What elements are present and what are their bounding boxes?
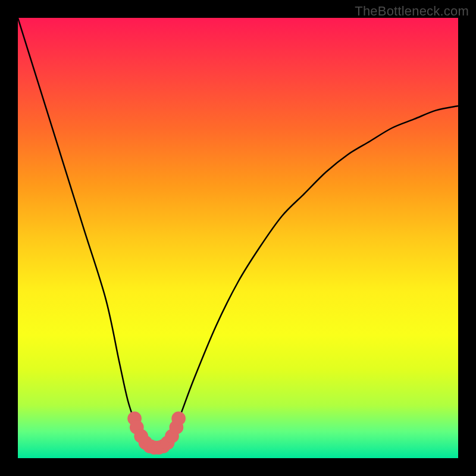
- data-marker: [171, 412, 186, 426]
- watermark-text: TheBottleneck.com: [355, 4, 469, 19]
- bottleneck-curve: [18, 18, 458, 449]
- curve-layer: [18, 18, 458, 449]
- chart-frame: TheBottleneck.com: [0, 0, 476, 476]
- marker-layer: [127, 412, 186, 455]
- chart-svg: [0, 0, 476, 476]
